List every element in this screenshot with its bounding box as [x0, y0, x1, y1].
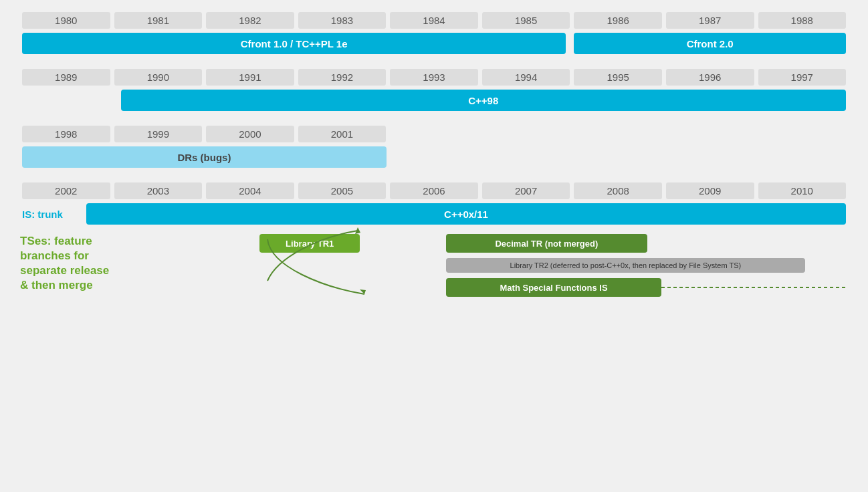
year-2006: 2006	[390, 182, 478, 199]
year-1985: 1985	[482, 12, 570, 29]
year-1992: 1992	[298, 69, 387, 86]
svg-marker-2	[360, 289, 366, 294]
bar-math-special-functions: Math Special Functions IS	[446, 278, 661, 297]
year-1995: 1995	[574, 69, 662, 86]
bar-cfront1: Cfront 1.0 / TC++PL 1e	[22, 33, 566, 54]
year-1998: 1998	[22, 126, 110, 142]
year-1994: 1994	[482, 69, 570, 86]
bar-cpp98: C++98	[121, 90, 846, 111]
year-row-2002: 2002 2003 2004 2005 2006 2007 2008 2009 …	[20, 182, 848, 199]
year-1997: 1997	[758, 69, 847, 86]
year-1980: 1980	[22, 12, 110, 29]
year-1993: 1993	[390, 69, 478, 86]
year-1988: 1988	[758, 12, 847, 29]
timeline-row-1998: 1998 1999 2000 2001 DRs (bugs)	[20, 126, 848, 168]
timeline-row-1989: 1989 1990 1991 1992 1993 1994 1995 1996 …	[20, 69, 848, 111]
year-1999: 1999	[114, 126, 203, 142]
year-2009: 2009	[666, 182, 754, 199]
year-1981: 1981	[114, 12, 203, 29]
year-2005: 2005	[298, 182, 387, 199]
bar-decimal-tr: Decimal TR (not merged)	[446, 234, 647, 253]
year-2007: 2007	[482, 182, 570, 199]
tses-bars-container: Library TR1 Decimal TR (not merged) Libr…	[130, 234, 848, 308]
year-2010: 2010	[758, 182, 847, 199]
year-row-1998: 1998 1999 2000 2001	[20, 126, 848, 142]
tses-label: TSes: featurebranches forseparate releas…	[20, 234, 130, 293]
year-1990: 1990	[114, 69, 203, 86]
year-1991: 1991	[206, 69, 294, 86]
year-1984: 1984	[390, 12, 478, 29]
year-empty4	[666, 126, 754, 142]
year-1986: 1986	[574, 12, 662, 29]
year-empty5	[758, 126, 847, 142]
year-2004: 2004	[206, 182, 294, 199]
is-trunk-label: IS: trunk	[22, 209, 76, 220]
bar-cpp0x: C++0x/11	[86, 203, 846, 225]
year-2000: 2000	[206, 126, 294, 142]
year-2003: 2003	[114, 182, 203, 199]
year-empty2	[482, 126, 570, 142]
year-1982: 1982	[206, 12, 294, 29]
timeline-row-1980: 1980 1981 1982 1983 1984 1985 1986 1987 …	[20, 12, 848, 54]
dotted-line-math	[661, 278, 848, 297]
year-empty1	[390, 126, 478, 142]
bar-library-tr1: Library TR1	[259, 234, 360, 253]
year-1983: 1983	[298, 12, 387, 29]
year-1987: 1987	[666, 12, 754, 29]
year-row-1989: 1989 1990 1991 1992 1993 1994 1995 1996 …	[20, 69, 848, 86]
tses-section: TSes: featurebranches forseparate releas…	[20, 234, 848, 308]
bar-cfront2: Cfront 2.0	[574, 33, 846, 54]
year-2001: 2001	[298, 126, 387, 142]
year-row-1980: 1980 1981 1982 1983 1984 1985 1986 1987 …	[20, 12, 848, 29]
year-1989: 1989	[22, 69, 110, 86]
bar-library-tr2: Library TR2 (deferred to post-C++0x, the…	[446, 258, 805, 273]
svg-marker-1	[355, 227, 360, 234]
year-1996: 1996	[666, 69, 754, 86]
tses-label-container: TSes: featurebranches forseparate releas…	[20, 234, 130, 308]
year-empty3	[574, 126, 662, 142]
year-2002: 2002	[22, 182, 110, 199]
main-container: 1980 1981 1982 1983 1984 1985 1986 1987 …	[0, 0, 868, 492]
year-2008: 2008	[574, 182, 662, 199]
timeline-row-2002: 2002 2003 2004 2005 2006 2007 2008 2009 …	[20, 182, 848, 225]
bar-drs: DRs (bugs)	[22, 146, 387, 168]
